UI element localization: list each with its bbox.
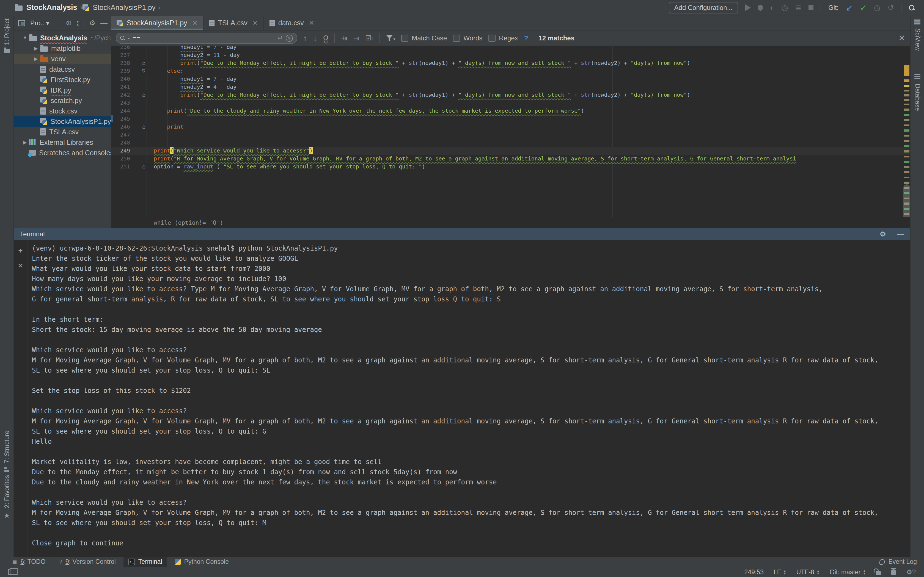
editor-line-240[interactable]: 240 newday1 = 7 - day bbox=[111, 75, 910, 83]
tree-item-matplotlib[interactable]: ▶matplotlib bbox=[14, 43, 111, 53]
code-editor[interactable]: 236 newday1 = 7 - day237 newday2 = 11 - … bbox=[111, 46, 910, 217]
toolwindow-button-9-version-control[interactable]: ⑂9: Version Control bbox=[53, 557, 121, 567]
git-commit-icon[interactable]: ✓ bbox=[860, 3, 867, 13]
sidebar-toggle-database[interactable]: Database bbox=[911, 74, 924, 111]
sidebar-toggle-favorites[interactable]: 2: Favorites ★ bbox=[0, 475, 14, 519]
editor-line-242[interactable]: 242⌂ print("Due to the Monday effect, it… bbox=[111, 91, 910, 99]
words-checkbox[interactable]: Words bbox=[453, 34, 482, 42]
stripe-mark[interactable] bbox=[904, 166, 909, 168]
editor-line-246[interactable]: 246⌂ print bbox=[111, 123, 910, 131]
tree-item-external-libraries[interactable]: ▶External Libraries bbox=[14, 137, 111, 148]
fold-marker-icon[interactable]: ⌂ bbox=[141, 59, 147, 67]
editor-tab[interactable]: StockAnalysisP1.py✕ bbox=[111, 16, 204, 30]
event-log-button[interactable]: Event Log bbox=[879, 558, 917, 566]
lock-icon[interactable] bbox=[876, 571, 881, 575]
coverage-icon[interactable]: ◐ bbox=[770, 3, 774, 12]
stripe-mark[interactable] bbox=[904, 79, 909, 82]
hide-panel-icon[interactable]: — bbox=[100, 19, 108, 27]
tree-expand-icon[interactable]: ▶ bbox=[21, 140, 29, 145]
stripe-mark[interactable] bbox=[904, 124, 909, 126]
editor-tab[interactable]: data.csv✕ bbox=[264, 16, 320, 30]
editor-line-245[interactable]: 245 bbox=[111, 115, 910, 123]
locate-file-icon[interactable]: ⊕ bbox=[66, 19, 72, 27]
run-icon[interactable] bbox=[745, 5, 751, 11]
tree-item-firststock-py[interactable]: FirstStock.py bbox=[14, 74, 111, 85]
editor-line-248[interactable]: 248 bbox=[111, 139, 910, 147]
tree-item-tsla-csv[interactable]: TSLA.csv bbox=[14, 127, 111, 137]
find-all-icon[interactable]: ΩALL bbox=[323, 34, 328, 42]
regex-checkbox[interactable]: Regex bbox=[488, 34, 518, 42]
stripe-mark[interactable] bbox=[904, 94, 909, 97]
stripe-mark[interactable] bbox=[904, 135, 909, 137]
stripe-mark[interactable] bbox=[904, 171, 909, 173]
editor-line-249[interactable]: 249print("Which service would you like t… bbox=[111, 147, 910, 155]
close-icon[interactable]: ✕ bbox=[898, 33, 905, 43]
stop-icon[interactable] bbox=[809, 5, 813, 10]
stripe-mark[interactable] bbox=[904, 119, 909, 121]
profiler-icon[interactable]: ◷ bbox=[782, 3, 788, 12]
fold-marker-icon[interactable]: ⌂ bbox=[141, 163, 147, 171]
fold-marker-icon[interactable]: ⌂ bbox=[141, 91, 147, 99]
next-occurrence-icon[interactable]: ↓ bbox=[313, 34, 317, 43]
fold-marker-icon[interactable]: ⌂ bbox=[141, 67, 147, 75]
debug-icon[interactable] bbox=[758, 5, 763, 11]
stripe-mark[interactable] bbox=[904, 103, 909, 105]
editor-line-243[interactable]: 243 bbox=[111, 99, 910, 107]
git-history-icon[interactable]: ◷ bbox=[874, 3, 880, 12]
editor-line-247[interactable]: 247 bbox=[111, 131, 910, 139]
gear-help-icon[interactable]: ⚙? bbox=[906, 568, 916, 576]
close-session-icon[interactable]: ✕ bbox=[18, 262, 23, 270]
tree-item-scratch-py[interactable]: scratch.py bbox=[14, 95, 111, 106]
git-rollback-icon[interactable]: ↺ bbox=[887, 3, 894, 12]
stripe-mark[interactable] bbox=[904, 85, 909, 87]
sidebar-toggle-structure[interactable]: 7: Structure bbox=[0, 430, 14, 472]
stripe-mark[interactable] bbox=[904, 145, 909, 147]
collapse-all-icon[interactable]: ▾▴ bbox=[77, 21, 79, 26]
match-case-checkbox[interactable]: Match Case bbox=[401, 34, 447, 42]
caret-position[interactable]: 249:53 bbox=[745, 569, 764, 576]
stripe-mark[interactable] bbox=[904, 129, 909, 132]
toolwindow-switcher-icon[interactable] bbox=[8, 569, 15, 575]
editor-line-251[interactable]: 251⌂option = raw_input ( "SL to see wher… bbox=[111, 163, 910, 171]
add-configuration-button[interactable]: Add Configuration... bbox=[669, 2, 738, 13]
editor-line-244[interactable]: 244 print("Due to the cloudy and rainy w… bbox=[111, 107, 910, 115]
editor-line-239[interactable]: 239⌂ else: bbox=[111, 67, 910, 75]
tree-expand-icon[interactable]: ▶ bbox=[32, 46, 40, 52]
search-clear-icon[interactable]: ✕ bbox=[286, 35, 293, 42]
editor-line-241[interactable]: 241 newday2 = 4 - day bbox=[111, 83, 910, 91]
breadcrumb-file[interactable]: StockAnalysisP1.py bbox=[93, 3, 155, 12]
tree-item-venv[interactable]: ▶venv bbox=[14, 53, 111, 64]
stripe-mark[interactable] bbox=[904, 90, 909, 92]
filter-icon[interactable]: ▾ bbox=[386, 35, 395, 41]
tree-item-stockanalysis[interactable]: ▼StockAnalysis~/Pych bbox=[14, 33, 111, 43]
search-history-icon[interactable]: ▾ bbox=[128, 36, 130, 40]
project-view-selector[interactable]: Pro.. ▾ bbox=[30, 19, 49, 27]
stripe-mark[interactable] bbox=[904, 177, 909, 178]
git-update-icon[interactable]: ↙ bbox=[846, 3, 853, 13]
remove-selection-icon[interactable]: −Ⅱ bbox=[353, 34, 359, 42]
stripe-mark[interactable] bbox=[904, 114, 909, 116]
inspections-icon[interactable] bbox=[891, 569, 896, 575]
tree-item-stock-csv[interactable]: stock.csv bbox=[14, 106, 111, 116]
tab-close-icon[interactable]: ✕ bbox=[192, 19, 198, 27]
breadcrumb-project[interactable]: StockAnalysis bbox=[26, 3, 77, 12]
stripe-mark[interactable] bbox=[904, 150, 909, 153]
git-branch-widget[interactable]: Git: master▲▼ bbox=[830, 569, 866, 576]
regex-help-icon[interactable]: ? bbox=[524, 34, 528, 42]
editor-line-237[interactable]: 237 newday2 = 11 - day bbox=[111, 51, 910, 59]
stripe-mark[interactable] bbox=[904, 161, 909, 163]
tab-close-icon[interactable]: ✕ bbox=[309, 19, 314, 27]
tree-item-stockanalysisp1-py[interactable]: StockAnalysisP1.py bbox=[14, 116, 111, 127]
editor-line-250[interactable]: 250print("M for Moving Average Graph, V … bbox=[111, 155, 910, 163]
sidebar-toggle-project[interactable]: 1: Project bbox=[0, 18, 14, 53]
editor-scrollbar-thumb[interactable] bbox=[903, 184, 910, 217]
tab-close-icon[interactable]: ✕ bbox=[252, 19, 258, 27]
line-separator-widget[interactable]: LF▲▼ bbox=[774, 569, 787, 576]
terminal-output[interactable]: (venv) ucrwpa-6-8-10-28-62-26:StockAnaly… bbox=[27, 240, 910, 557]
editor-line-238[interactable]: 238⌂ print("Due to the Monday effect, it… bbox=[111, 59, 910, 67]
stripe-mark[interactable] bbox=[904, 99, 909, 101]
stripe-mark[interactable] bbox=[904, 65, 909, 76]
sidebar-toggle-sciview[interactable]: SciView bbox=[911, 19, 924, 50]
run-with-icon[interactable]: ≣ bbox=[795, 3, 801, 12]
editor-line-236[interactable]: 236 newday1 = 7 - day bbox=[111, 46, 910, 51]
